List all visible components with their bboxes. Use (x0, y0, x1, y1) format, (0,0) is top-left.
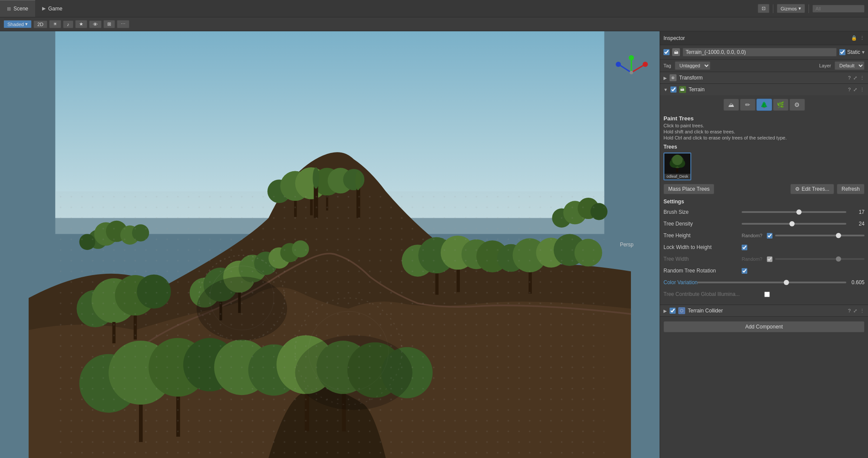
svg-point-54 (79, 354, 138, 413)
audio-toggle-btn[interactable]: ♪ (63, 20, 73, 28)
tree-thumbnail[interactable]: odleaf_Desk (663, 153, 691, 180)
gizmos-btn[interactable]: Gizmos ▾ (777, 4, 805, 13)
svg-rect-1 (55, 191, 604, 234)
terrain-collider-header[interactable]: ▶ ⬡ Terrain Collider ? ⤢ ⋮ (660, 305, 868, 316)
collider-maximize-icon[interactable]: ⤢ (853, 308, 857, 314)
collider-icon: ⬡ (678, 307, 685, 314)
tree-density-slider[interactable] (742, 223, 846, 225)
top-bar-tools: ⊡ Gizmos ▾ (754, 4, 868, 13)
svg-rect-12 (112, 322, 116, 343)
object-active-checkbox[interactable] (663, 49, 670, 55)
lock-width-label: Lock Width to Height (663, 244, 742, 250)
collider-enabled-checkbox[interactable] (670, 308, 676, 314)
terrain-collapse-arrow: ▼ (663, 87, 668, 92)
tree-density-label: Tree Density (663, 221, 742, 227)
svg-point-2 (88, 230, 107, 249)
paint-details-tool-btn[interactable]: 🌿 (773, 99, 789, 111)
inspector-lock-icon[interactable]: 🔒 (851, 35, 857, 41)
collider-help-icon[interactable]: ? (848, 308, 851, 314)
collider-component-icons: ? ⤢ ⋮ (848, 308, 865, 314)
svg-point-44 (536, 238, 566, 268)
gear-icon: ⚙ (795, 186, 800, 192)
svg-rect-30 (294, 201, 297, 217)
svg-point-70 (295, 298, 402, 405)
svg-rect-65 (176, 397, 180, 437)
object-name-input[interactable] (683, 48, 837, 56)
shading-mode-label: Shaded (7, 22, 24, 27)
static-checkbox[interactable] (839, 49, 845, 55)
tab-scene[interactable]: ⊞ Scene (0, 0, 35, 17)
paint-trees-tool-btn[interactable]: 🌲 (756, 99, 772, 111)
svg-point-55 (109, 341, 172, 405)
svg-point-16 (223, 261, 255, 293)
color-variation-slider[interactable] (697, 282, 846, 283)
svg-point-63 (382, 347, 433, 398)
svg-point-5 (79, 234, 96, 250)
paint-texture-tool-btn[interactable]: ✏ (740, 99, 756, 111)
effects-toggle-btn[interactable]: ★ (75, 20, 87, 28)
contribute-gi-checkbox[interactable] (764, 292, 770, 297)
svg-rect-31 (310, 199, 313, 216)
terrain-menu-icon[interactable]: ⋮ (860, 87, 865, 93)
inspector-header-icons: 🔒 ⋮ (851, 35, 865, 41)
transform-help-icon[interactable]: ? (848, 75, 851, 81)
refresh-btn[interactable]: Refresh (837, 184, 865, 194)
tree-width-row: Tree Width Random? (663, 254, 865, 264)
edit-trees-btn[interactable]: ⚙ Edit Trees... (790, 184, 834, 194)
contribute-gi-label: Tree Contribute Global Illumina... (663, 291, 764, 297)
grid-toggle-btn[interactable]: ⊞ (103, 20, 115, 28)
trees-grid: odleaf_Desk (663, 153, 865, 180)
svg-rect-66 (305, 394, 309, 431)
more-tools-btn[interactable]: ⋯ (117, 20, 129, 28)
transform-menu-icon[interactable]: ⋮ (860, 75, 865, 81)
svg-point-73 (295, 335, 413, 410)
color-variation-link[interactable]: Color Variation (663, 279, 697, 285)
raise-lower-tool-btn[interactable]: ⛰ (723, 99, 739, 111)
terrain-component-icons: ? ⤢ ⋮ (848, 87, 865, 93)
terrain-settings-btn[interactable]: ⚙ (789, 99, 805, 111)
static-dropdown-icon[interactable]: ▾ (862, 49, 865, 55)
visibility-toggle-btn[interactable]: 👁 (89, 20, 102, 28)
terrain-maximize-icon[interactable]: ⤢ (853, 87, 857, 93)
svg-rect-48 (457, 270, 460, 292)
tree-height-slider[interactable] (775, 235, 865, 236)
inspector-header: Inspector 🔒 ⋮ (660, 31, 868, 45)
brush-size-control: 17 (742, 209, 865, 215)
viewport[interactable]: Persp Y X Z (0, 31, 660, 458)
shading-mode-btn[interactable]: Shaded ▾ (3, 20, 32, 28)
svg-point-36 (355, 171, 360, 190)
terrain-collider-component: ▶ ⬡ Terrain Collider ? ⤢ ⋮ (660, 305, 868, 317)
paint-trees-section: Paint Trees Click to paint trees. Hold s… (663, 115, 865, 140)
search-input[interactable] (812, 5, 865, 13)
layer-select[interactable]: Default (835, 61, 865, 70)
lock-width-checkbox[interactable] (742, 245, 747, 250)
click-to-paint-info: Click to paint trees. (663, 123, 865, 128)
svg-text:Z: Z (617, 63, 619, 66)
transform-icon: ⊕ (670, 74, 677, 81)
svg-point-85 (630, 71, 633, 74)
brush-size-slider[interactable] (742, 211, 846, 213)
maximize-btn[interactable]: ⊡ (758, 4, 769, 13)
terrain-help-icon[interactable]: ? (848, 87, 851, 93)
svg-point-29 (343, 169, 364, 190)
tree-height-random-checkbox[interactable] (767, 233, 772, 239)
svg-rect-32 (326, 196, 328, 210)
svg-point-72 (197, 277, 287, 341)
collider-menu-icon[interactable]: ⋮ (860, 308, 865, 314)
2d-toggle-btn[interactable]: 2D (33, 20, 47, 28)
object-header: 🏔 Static ▾ (660, 45, 868, 60)
transform-component-header[interactable]: ▶ ⊕ Transform ? ⤢ ⋮ (660, 72, 868, 83)
tree-width-random-label: Random? (742, 256, 762, 262)
tab-game[interactable]: ▶ Game (35, 0, 69, 17)
mass-place-trees-btn[interactable]: Mass Place Trees (663, 184, 714, 194)
lighting-toggle-btn[interactable]: ☀ (49, 20, 61, 28)
tag-select[interactable]: Untagged (675, 61, 710, 70)
add-component-btn[interactable]: Add Component (663, 321, 865, 332)
random-rotation-checkbox[interactable] (742, 268, 747, 274)
terrain-component-header[interactable]: ▼ 🏔 Terrain ? ⤢ ⋮ (660, 84, 868, 95)
svg-point-68 (199, 256, 284, 341)
trees-actions: Mass Place Trees ⚙ Edit Trees... Refresh (663, 184, 865, 194)
terrain-enabled-checkbox[interactable] (670, 86, 677, 93)
inspector-menu-icon[interactable]: ⋮ (860, 35, 865, 41)
transform-maximize-icon[interactable]: ⤢ (853, 75, 857, 81)
